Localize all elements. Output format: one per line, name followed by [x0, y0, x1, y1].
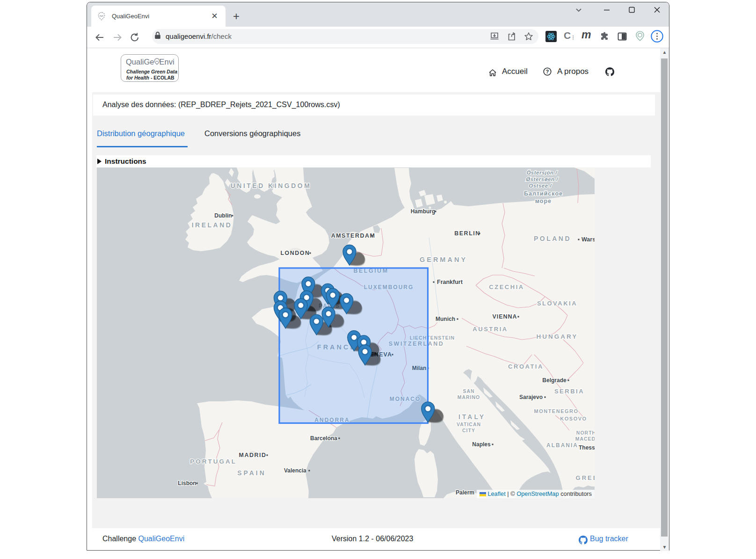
- svg-text:Belgrade: Belgrade: [542, 377, 567, 384]
- svg-text:MONTENEGRO: MONTENEGRO: [534, 408, 578, 414]
- svg-text:CROATIA: CROATIA: [508, 363, 544, 370]
- svg-text:SLOVAKIA: SLOVAKIA: [537, 300, 577, 307]
- svg-text:Thessaloni: Thessaloni: [579, 444, 595, 451]
- svg-text:Ostsee /: Ostsee /: [529, 183, 552, 189]
- svg-text:SPAIN: SPAIN: [237, 469, 266, 477]
- svg-text:PORTUGAL: PORTUGAL: [190, 458, 237, 465]
- svg-text:Østersøen /: Østersøen /: [526, 176, 559, 182]
- svg-text:Barcelona: Barcelona: [310, 435, 337, 442]
- svg-text:VIENNA: VIENNA: [492, 313, 517, 320]
- svg-text:MADRID: MADRID: [239, 452, 267, 458]
- svg-text:BERLIN: BERLIN: [454, 230, 480, 237]
- svg-text:Dublin: Dublin: [214, 212, 232, 219]
- svg-text:Warsa: Warsa: [582, 236, 595, 243]
- svg-text:AMSTERDAM: AMSTERDAM: [331, 232, 376, 239]
- svg-text:?: ?: [546, 69, 549, 74]
- svg-text:Lisbon: Lisbon: [178, 480, 196, 486]
- svg-text:Sarajevo: Sarajevo: [519, 394, 543, 400]
- svg-text:море: море: [535, 198, 552, 204]
- svg-text:UNITED KINGDOM: UNITED KINGDOM: [231, 182, 312, 189]
- svg-text:SERBIA: SERBIA: [554, 388, 584, 395]
- svg-text:MACEDO: MACEDO: [575, 436, 595, 442]
- svg-text:HUNGARY: HUNGARY: [537, 333, 578, 340]
- svg-text:CZECHIA: CZECHIA: [489, 283, 524, 290]
- svg-text:IRELAND: IRELAND: [192, 221, 233, 229]
- svg-text:Frankfurt: Frankfurt: [437, 279, 463, 285]
- svg-text:GERMANY: GERMANY: [420, 256, 467, 263]
- svg-text:Балтийское: Балтийское: [524, 190, 563, 197]
- svg-text:ITALY: ITALY: [458, 413, 486, 421]
- svg-text:Munich: Munich: [436, 316, 455, 322]
- svg-text:NORTH: NORTH: [576, 430, 595, 436]
- svg-text:SAN: SAN: [463, 388, 474, 394]
- svg-text:POLAND: POLAND: [534, 235, 571, 242]
- svg-text:Naples: Naples: [472, 441, 491, 448]
- svg-text:Palerm: Palerm: [456, 489, 474, 496]
- svg-text:MARINO: MARINO: [458, 394, 480, 400]
- svg-text:AUSTRIA: AUSTRIA: [472, 326, 508, 333]
- svg-text:GREE: GREE: [576, 474, 595, 481]
- svg-text:CITY: CITY: [462, 428, 475, 433]
- svg-text:ALBANIA: ALBANIA: [546, 442, 578, 449]
- svg-text:LONDON: LONDON: [280, 250, 310, 256]
- svg-text:Östersjön /: Östersjön /: [526, 170, 558, 175]
- svg-text:Valencia: Valencia: [284, 467, 306, 474]
- svg-text:KOSOVO: KOSOVO: [560, 416, 587, 421]
- svg-text:Hamburg: Hamburg: [411, 208, 436, 215]
- svg-text:VATICAN: VATICAN: [457, 421, 481, 427]
